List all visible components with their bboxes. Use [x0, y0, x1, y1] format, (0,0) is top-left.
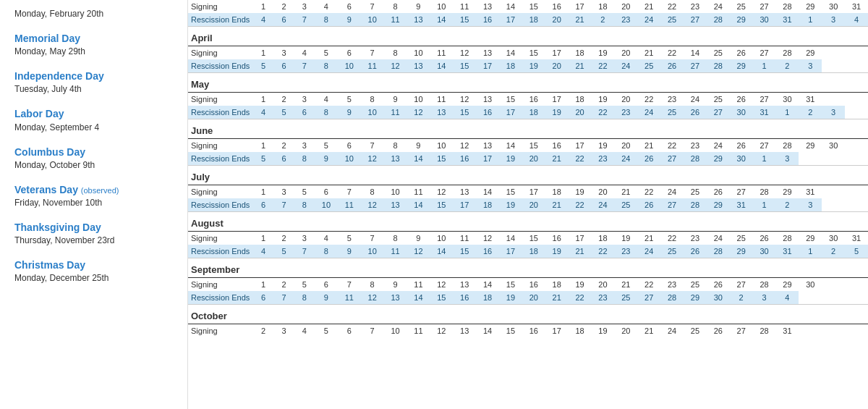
holiday-date: Tuesday, July 4th — [14, 84, 173, 94]
table-row: Rescission Ends 5 6 8 9 10 12 13 14 15 1… — [188, 152, 868, 166]
month-name: July — [188, 166, 868, 185]
holiday-date: Monday, May 29th — [14, 46, 173, 56]
row-label: Rescission Ends — [188, 106, 253, 119]
row-label: Signing — [188, 139, 253, 153]
holiday-name: Memorial Day — [14, 32, 173, 45]
table-row: Rescission Ends 6 7 8 9 11 12 13 14 15 1… — [188, 291, 868, 305]
holiday-columbus-day: Columbus Day Monday, October 9th — [14, 146, 173, 170]
table-row: Rescission Ends 6 7 8 10 11 12 13 14 15 … — [188, 198, 868, 212]
table-row: Signing 1 3 5 6 7 8 10 11 12 13 14 15 17… — [188, 185, 868, 199]
calendar-table: Signing 1 2 3 4 6 7 8 9 10 11 13 14 15 1… — [188, 0, 868, 337]
main-content: Signing 1 2 3 4 6 7 8 9 10 11 13 14 15 1… — [188, 0, 868, 409]
holiday-memorial-day: Memorial Day Monday, May 29th — [14, 32, 173, 56]
month-name: April — [188, 27, 868, 46]
holiday-independence-day: Independence Day Tuesday, July 4th — [14, 69, 173, 94]
table-row: Signing 1 2 3 4 5 7 8 9 10 11 12 14 15 1… — [188, 232, 868, 245]
row-label: Rescission Ends — [188, 291, 253, 305]
list-item: Monday, February 20th — [14, 9, 173, 19]
table-row: Signing 2 3 4 5 6 7 10 11 12 13 14 15 16… — [188, 324, 868, 338]
holiday-date: Monday, September 4 — [14, 122, 173, 132]
row-label: Rescission Ends — [188, 152, 253, 166]
row-label: Signing — [188, 185, 253, 199]
holiday-name: Christmas Day — [14, 258, 173, 271]
holiday-name: Thanksgiving Day — [14, 221, 173, 234]
holiday-date: Monday, February 20th — [14, 9, 173, 19]
sidebar: Monday, February 20th Memorial Day Monda… — [0, 0, 188, 409]
month-header-august: August — [188, 212, 868, 232]
holiday-date: Thursday, November 23rd — [14, 235, 173, 245]
table-row: Rescission Ends 4 6 7 8 9 10 11 13 14 15… — [188, 13, 868, 27]
month-name: May — [188, 73, 868, 93]
row-label: Signing — [188, 0, 253, 13]
table-row: Rescission Ends 5 6 7 8 10 11 12 13 14 1… — [188, 59, 868, 73]
holiday-date: Monday, October 9th — [14, 160, 173, 170]
holiday-name: Labor Day — [14, 107, 173, 120]
holiday-date: Friday, November 10th — [14, 198, 173, 208]
holiday-name: Veterans Day (observed) — [14, 183, 173, 196]
holiday-christmas: Christmas Day Monday, December 25th — [14, 258, 173, 283]
table-row: Signing 1 2 3 5 6 7 8 9 10 12 13 14 15 1… — [188, 139, 868, 153]
table-row: Rescission Ends 4 5 7 8 9 10 11 12 14 15… — [188, 245, 868, 258]
month-header-june: June — [188, 119, 868, 139]
table-row: Signing 1 2 5 6 7 8 9 11 12 13 14 15 16 … — [188, 278, 868, 292]
row-label: Signing — [188, 278, 253, 292]
row-label: Rescission Ends — [188, 198, 253, 212]
table-row: Signing 1 2 3 4 6 7 8 9 10 11 13 14 15 1… — [188, 0, 868, 13]
month-header-october: October — [188, 305, 868, 324]
month-name: October — [188, 305, 868, 324]
row-label: Signing — [188, 93, 253, 106]
holiday-name: Independence Day — [14, 69, 173, 83]
month-header-may: May — [188, 73, 868, 93]
row-label: Rescission Ends — [188, 245, 253, 258]
observed-label: (observed) — [81, 186, 119, 195]
holiday-veterans-day: Veterans Day (observed) Friday, November… — [14, 183, 173, 208]
holiday-name: Columbus Day — [14, 146, 173, 159]
month-name: August — [188, 212, 868, 232]
month-header-september: September — [188, 258, 868, 278]
table-row: Rescission Ends 4 5 6 8 9 10 11 12 13 15… — [188, 106, 868, 119]
holiday-thanksgiving: Thanksgiving Day Thursday, November 23rd — [14, 221, 173, 245]
holiday-labor-day: Labor Day Monday, September 4 — [14, 107, 173, 132]
month-header-july: July — [188, 166, 868, 185]
month-name: September — [188, 258, 868, 278]
row-label: Signing — [188, 46, 253, 60]
table-row: Signing 1 2 3 4 5 8 9 10 11 12 13 15 16 … — [188, 93, 868, 106]
month-header-april: April — [188, 27, 868, 46]
row-label: Signing — [188, 324, 253, 338]
row-label: Rescission Ends — [188, 59, 253, 73]
table-row: Signing 1 3 4 5 6 7 8 10 11 12 13 14 15 … — [188, 46, 868, 60]
month-name: June — [188, 119, 868, 139]
row-label: Rescission Ends — [188, 13, 253, 27]
row-label: Signing — [188, 232, 253, 245]
holiday-date: Monday, December 25th — [14, 273, 173, 283]
